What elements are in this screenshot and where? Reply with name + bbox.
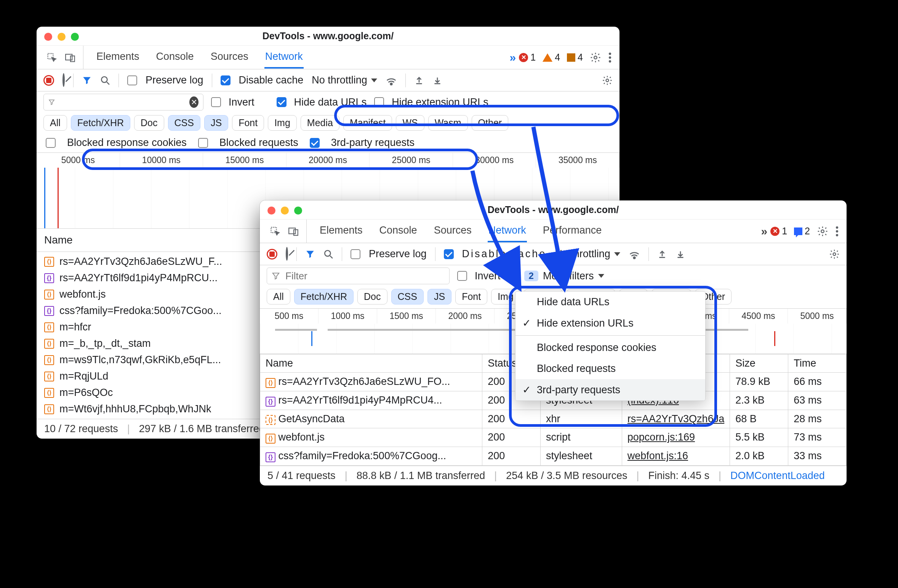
- initiator-cell[interactable]: popcorn.js:169: [622, 428, 730, 447]
- invert-checkbox[interactable]: [211, 97, 221, 107]
- disable-cache-checkbox[interactable]: [444, 249, 454, 259]
- titlebar: DevTools - www.google.com/: [260, 200, 847, 219]
- chip-font[interactable]: Font: [455, 289, 487, 304]
- search-icon[interactable]: [100, 75, 110, 85]
- download-icon[interactable]: [676, 249, 685, 260]
- initiator-cell[interactable]: rs=AA2YrTv3Qzh6Ja: [622, 410, 730, 428]
- clear-filter-icon[interactable]: ✕: [189, 96, 198, 108]
- filter-text-field[interactable]: [285, 270, 445, 282]
- device-icon[interactable]: [288, 226, 299, 237]
- file-type-icon: ⟨⟩: [44, 388, 54, 398]
- column-header[interactable]: Size: [730, 354, 788, 373]
- disable-cache-checkbox[interactable]: [221, 75, 231, 85]
- preserve-log-checkbox[interactable]: [351, 249, 360, 259]
- column-header[interactable]: Name: [260, 354, 482, 373]
- tab-performance[interactable]: Performance: [542, 220, 603, 242]
- tab-console[interactable]: Console: [379, 220, 418, 242]
- issue-count[interactable]: 4: [567, 52, 583, 63]
- tab-elements[interactable]: Elements: [319, 220, 363, 242]
- close-icon[interactable]: [267, 207, 275, 215]
- inspect-icon[interactable]: [46, 52, 57, 63]
- filter-icon[interactable]: [305, 249, 315, 259]
- throttling-select[interactable]: No throttling: [555, 248, 620, 260]
- upload-icon[interactable]: [657, 249, 667, 260]
- more-tabs-icon[interactable]: »: [510, 51, 516, 64]
- message-count[interactable]: 2: [794, 226, 810, 237]
- chip-fetchxhr[interactable]: Fetch/XHR: [71, 115, 130, 131]
- blocked-cookies-checkbox[interactable]: [46, 138, 56, 148]
- inspect-icon[interactable]: [270, 226, 280, 237]
- minimize-icon[interactable]: [281, 207, 289, 215]
- device-icon[interactable]: [65, 52, 76, 63]
- record-button[interactable]: [43, 75, 54, 86]
- maximize-icon[interactable]: [71, 33, 79, 41]
- chip-css[interactable]: CSS: [391, 289, 424, 304]
- more-filters-button[interactable]: 2 More filters: [520, 269, 609, 284]
- table-row[interactable]: {} css?family=Fredoka:500%7CGoog...200st…: [260, 447, 847, 465]
- tab-network[interactable]: Network: [488, 220, 527, 242]
- chip-doc[interactable]: Doc: [134, 115, 164, 131]
- chip-img[interactable]: Img: [268, 115, 297, 131]
- upload-icon[interactable]: [414, 75, 424, 86]
- chip-js[interactable]: JS: [204, 115, 228, 131]
- error-count[interactable]: ✕1: [770, 226, 787, 237]
- chip-font[interactable]: Font: [232, 115, 264, 131]
- table-row[interactable]: ⟨⟩ webfont.js200scriptpopcorn.js:1695.5 …: [260, 428, 847, 447]
- minimize-icon[interactable]: [58, 33, 66, 41]
- filter-icon[interactable]: [82, 75, 92, 85]
- gear-icon[interactable]: [590, 52, 601, 63]
- chip-doc[interactable]: Doc: [357, 289, 387, 304]
- network-conditions-icon[interactable]: [386, 75, 397, 85]
- chip-all[interactable]: All: [267, 289, 290, 304]
- tab-console[interactable]: Console: [155, 46, 195, 69]
- chip-other[interactable]: Other: [472, 115, 509, 131]
- gear-icon[interactable]: [602, 75, 613, 86]
- tab-elements[interactable]: Elements: [96, 46, 140, 69]
- clear-button[interactable]: [286, 248, 288, 260]
- initiator-cell[interactable]: webfont.js:16: [622, 447, 730, 465]
- gear-icon[interactable]: [829, 249, 840, 260]
- hide-data-urls-checkbox[interactable]: [277, 97, 287, 107]
- network-conditions-icon[interactable]: [629, 249, 640, 259]
- throttling-select[interactable]: No throttling: [312, 74, 377, 86]
- kebab-icon[interactable]: [835, 226, 839, 237]
- search-icon[interactable]: [323, 249, 333, 259]
- chip-all[interactable]: All: [43, 115, 67, 131]
- chip-fetchxhr[interactable]: Fetch/XHR: [294, 289, 354, 304]
- chip-js[interactable]: JS: [427, 289, 451, 304]
- popup-item[interactable]: Blocked requests: [515, 358, 705, 379]
- error-count[interactable]: ✕1: [519, 52, 536, 63]
- chip-wasm[interactable]: Wasm: [428, 115, 468, 131]
- gear-icon[interactable]: [817, 226, 828, 237]
- chip-manifest[interactable]: Manifest: [343, 115, 392, 131]
- filter-input[interactable]: ✕: [43, 94, 203, 111]
- filter-input[interactable]: [267, 268, 450, 284]
- more-tabs-icon[interactable]: »: [761, 225, 768, 238]
- hide-extension-urls-checkbox[interactable]: [374, 97, 384, 107]
- invert-checkbox[interactable]: [457, 271, 467, 281]
- chip-ws[interactable]: WS: [396, 115, 424, 131]
- tab-network[interactable]: Network: [264, 46, 304, 69]
- record-button[interactable]: [267, 249, 277, 260]
- clear-button[interactable]: [62, 74, 65, 86]
- third-party-checkbox[interactable]: [310, 138, 320, 148]
- popup-item[interactable]: ✓Hide extension URLs: [515, 312, 705, 334]
- blocked-requests-checkbox[interactable]: [198, 138, 208, 148]
- chip-css[interactable]: CSS: [168, 115, 200, 131]
- close-icon[interactable]: [44, 33, 52, 41]
- table-row[interactable]: ⟨⟩ GetAsyncData200xhrrs=AA2YrTv3Qzh6Ja68…: [260, 410, 847, 428]
- column-header[interactable]: Time: [788, 354, 847, 373]
- download-icon[interactable]: [432, 75, 442, 86]
- preserve-log-checkbox[interactable]: [127, 75, 137, 85]
- request-name: rs=AA2YrTv3Qzh6Ja6eSLzWU_F...: [59, 256, 222, 268]
- popup-item[interactable]: Blocked response cookies: [515, 337, 705, 358]
- popup-item[interactable]: ✓3rd-party requests: [515, 379, 705, 401]
- warning-count[interactable]: 4: [543, 52, 560, 63]
- tab-sources[interactable]: Sources: [433, 220, 472, 242]
- chip-media[interactable]: Media: [301, 115, 339, 131]
- filter-text-field[interactable]: [59, 96, 185, 109]
- kebab-icon[interactable]: [608, 52, 612, 63]
- maximize-icon[interactable]: [294, 207, 302, 215]
- tab-sources[interactable]: Sources: [210, 46, 249, 69]
- popup-item[interactable]: Hide data URLs: [515, 292, 705, 312]
